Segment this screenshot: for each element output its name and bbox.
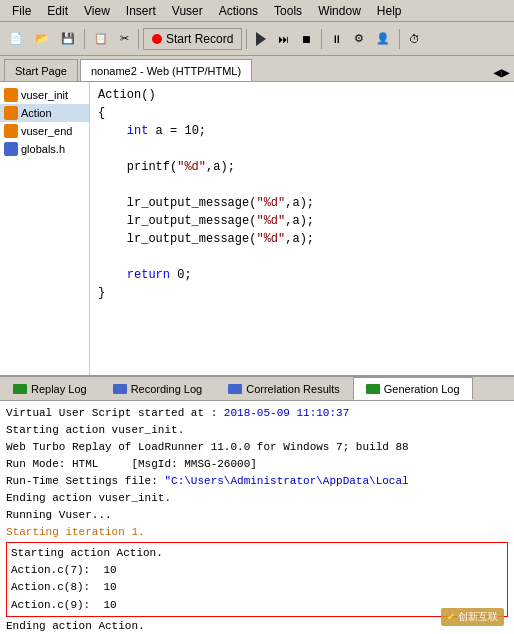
timer-button[interactable]: ⏱ [404, 26, 425, 52]
record-dot-icon [152, 34, 162, 44]
stop-icon: ⏹ [301, 33, 312, 45]
menu-insert[interactable]: Insert [118, 2, 164, 20]
tab-editor[interactable]: noname2 - Web (HTTP/HTML) [80, 59, 252, 81]
main-content: vuser_init Action vuser_end globals.h Ac… [0, 82, 514, 377]
string-lit-4: "%d" [256, 232, 285, 246]
tree-item-vuser-init[interactable]: vuser_init [0, 86, 89, 104]
code-line-2: { [98, 104, 506, 122]
code-line-1: Action() [98, 86, 506, 104]
log-line-8: Starting iteration 1. [6, 524, 508, 541]
menu-actions[interactable]: Actions [211, 2, 266, 20]
separator-2 [138, 29, 139, 49]
cut-icon: ✂ [120, 32, 129, 45]
tab-replay-log[interactable]: Replay Log [0, 377, 100, 400]
replay-log-icon [13, 384, 27, 394]
tree-item-vuser-end[interactable]: vuser_end [0, 122, 89, 140]
log-line-5: Run-Time Settings file: "C:\Users\Admini… [6, 473, 508, 490]
tab-nav-arrows[interactable]: ◀▶ [489, 64, 514, 81]
separator-4 [321, 29, 322, 49]
step-icon: ⏭ [278, 33, 289, 45]
menu-window[interactable]: Window [310, 2, 369, 20]
bottom-tabbar: Replay Log Recording Log Correlation Res… [0, 377, 514, 401]
tabbar: Start Page noname2 - Web (HTTP/HTML) ◀▶ [0, 56, 514, 82]
tab-editor-label: noname2 - Web (HTTP/HTML) [91, 65, 241, 77]
code-line-9: lr_output_message("%d",a); [98, 230, 506, 248]
separator-1 [84, 29, 85, 49]
separator-3 [246, 29, 247, 49]
settings-button[interactable]: ⚙ [349, 26, 369, 52]
tree-item-action[interactable]: Action [0, 104, 89, 122]
code-line-3: int a = 10; [98, 122, 506, 140]
tree-item-globals-label: globals.h [21, 143, 65, 155]
timer-icon: ⏱ [409, 33, 420, 45]
tab-recording-log[interactable]: Recording Log [100, 377, 216, 400]
log-content[interactable]: Virtual User Script started at : 2018-05… [0, 401, 514, 634]
log-line-11: Action.c(8): 10 [11, 579, 503, 596]
recording-log-icon [113, 384, 127, 394]
code-line-4 [98, 140, 506, 158]
log-line-2: Starting action vuser_init. [6, 422, 508, 439]
open-icon: 📂 [35, 32, 49, 45]
log-line-3: Web Turbo Replay of LoadRunner 11.0.0 fo… [6, 439, 508, 456]
log-timestamp: 2018-05-09 11:10:37 [224, 407, 349, 419]
copy-button[interactable]: 📋 [89, 26, 113, 52]
code-line-12: } [98, 284, 506, 302]
save-icon: 💾 [61, 32, 75, 45]
tab-start-page[interactable]: Start Page [4, 59, 78, 81]
code-editor[interactable]: Action() { int a = 10; printf("%d",a); l… [90, 82, 514, 375]
new-icon: 📄 [9, 32, 23, 45]
file-tree: vuser_init Action vuser_end globals.h [0, 82, 90, 375]
step-button[interactable]: ⏭ [273, 26, 294, 52]
new-button[interactable]: 📄 [4, 26, 28, 52]
toolbar: 📄 📂 💾 📋 ✂ Start Record ⏭ ⏹ ⏸ ⚙ 👤 ⏱ [0, 22, 514, 56]
log-line-12: Action.c(9): 10 [11, 597, 503, 614]
menu-edit[interactable]: Edit [39, 2, 76, 20]
log-line-13: Ending action Action. [6, 618, 508, 634]
open-button[interactable]: 📂 [30, 26, 54, 52]
code-line-11: return 0; [98, 266, 506, 284]
tree-item-vuser-init-label: vuser_init [21, 89, 68, 101]
menu-tools[interactable]: Tools [266, 2, 310, 20]
generation-log-icon [366, 384, 380, 394]
bottom-panel: Replay Log Recording Log Correlation Res… [0, 377, 514, 634]
code-line-6 [98, 176, 506, 194]
menu-file[interactable]: File [4, 2, 39, 20]
string-lit-2: "%d" [256, 196, 285, 210]
tree-item-globals[interactable]: globals.h [0, 140, 89, 158]
correlation-results-icon [228, 384, 242, 394]
separator-5 [399, 29, 400, 49]
code-line-8: lr_output_message("%d",a); [98, 212, 506, 230]
string-lit-3: "%d" [256, 214, 285, 228]
pause-icon: ⏸ [331, 33, 342, 45]
menu-view[interactable]: View [76, 2, 118, 20]
vuser-button[interactable]: 👤 [371, 26, 395, 52]
tab-recording-log-label: Recording Log [131, 383, 203, 395]
code-line-10 [98, 248, 506, 266]
settings-icon: ⚙ [354, 32, 364, 45]
string-lit-1: "%d" [177, 160, 206, 174]
tree-item-action-label: Action [21, 107, 52, 119]
pause-button[interactable]: ⏸ [326, 26, 347, 52]
code-line-7: lr_output_message("%d",a); [98, 194, 506, 212]
log-line-7: Running Vuser... [6, 507, 508, 524]
menu-vuser[interactable]: Vuser [164, 2, 211, 20]
tab-correlation-results[interactable]: Correlation Results [215, 377, 353, 400]
play-button[interactable] [251, 26, 271, 52]
save-button[interactable]: 💾 [56, 26, 80, 52]
menu-help[interactable]: Help [369, 2, 410, 20]
keyword-int: int [127, 124, 149, 138]
tab-replay-log-label: Replay Log [31, 383, 87, 395]
code-line-5: printf("%d",a); [98, 158, 506, 176]
vuser-init-icon [4, 88, 18, 102]
cut-button[interactable]: ✂ [115, 26, 134, 52]
start-record-label: Start Record [166, 32, 233, 46]
log-line-6: Ending action vuser_init. [6, 490, 508, 507]
keyword-return: return [127, 268, 170, 282]
globals-icon [4, 142, 18, 156]
start-record-button[interactable]: Start Record [143, 28, 242, 50]
vuser-end-icon [4, 124, 18, 138]
stop-button[interactable]: ⏹ [296, 26, 317, 52]
tab-generation-log[interactable]: Generation Log [353, 377, 473, 400]
log-line-10: Action.c(7): 10 [11, 562, 503, 579]
log-path: "C:\Users\Administrator\AppData\Local [164, 475, 408, 487]
